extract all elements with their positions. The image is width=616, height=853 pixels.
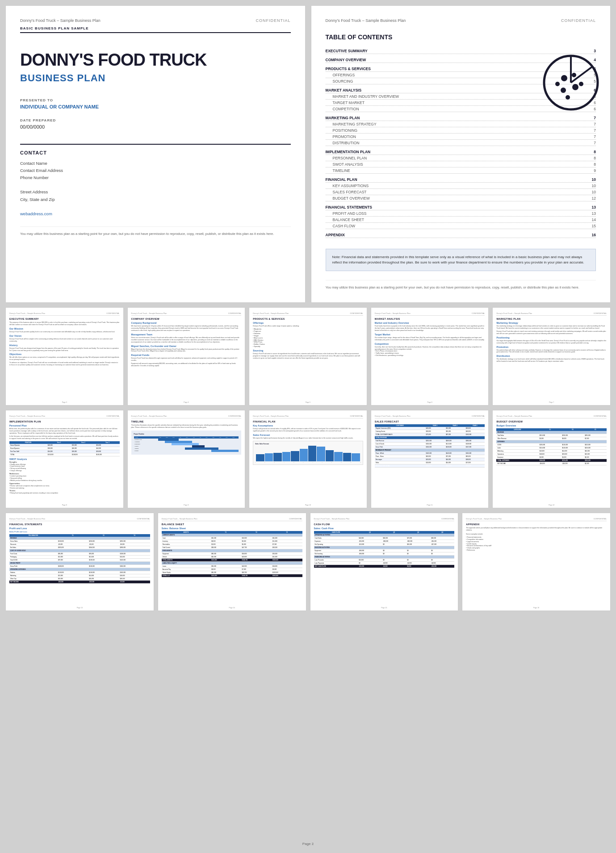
page12-num: Page 12	[493, 504, 610, 506]
page2-header-title: Donny's Food Truck – Sample Business Pla…	[326, 18, 406, 23]
svg-point-7	[579, 82, 583, 86]
page7-title: MARKETING PLAN	[496, 318, 607, 320]
date-label: DATE PREPARED	[20, 118, 291, 122]
page1-header: Donny's Food Truck – Sample Business Pla…	[20, 18, 291, 23]
toc-mktg-strategy: MARKETING STRATEGY 7	[326, 121, 596, 127]
toc-executive-summary: EXECUTIVE SUMMARY 3	[326, 48, 596, 54]
page-9: Donny's Food Truck – Sample Business Pla…	[127, 410, 246, 508]
basic-plan-label: BASIC BUSINESS PLAN SAMPLE	[20, 26, 291, 30]
toc-appendix: APPENDIX 16	[326, 232, 596, 238]
page2-disclaimer: You may utilize this business plan as a …	[326, 280, 596, 290]
page10-num: Page 10	[249, 504, 367, 506]
page-3: Donny's Food Truck – Sample Business Pla…	[5, 307, 124, 406]
toc-distribution: DISTRIBUTION 7	[326, 140, 596, 146]
svg-point-9	[555, 82, 560, 86]
page-12: Donny's Food Truck – Sample Business Pla…	[492, 410, 611, 508]
page1-disclaimer: You may utilize this business plan as a …	[20, 226, 291, 236]
page8-header: Donny's Food Truck – Sample Business Pla…	[9, 415, 120, 418]
page6-title: MARKET ANALYSIS	[375, 318, 485, 320]
page9-header: Donny's Food Truck – Sample Business Pla…	[131, 415, 242, 418]
page5-header: Donny's Food Truck – Sample Business Pla…	[253, 312, 363, 316]
page9-num: Page 9	[128, 504, 245, 506]
medium-pages-row: Donny's Food Truck – Sample Business Pla…	[0, 410, 616, 513]
balance-sheet-table: ASSETSY1Y2Y3 CURRENT ASSETS Cash$25,000$…	[162, 531, 302, 577]
page8-num: Page 8	[6, 504, 123, 506]
page-10: Donny's Food Truck – Sample Business Pla…	[249, 410, 367, 508]
toc-pnl: PROFIT AND LOSS 13	[326, 210, 596, 217]
toc-timeline: TIMELINE 9	[326, 167, 596, 174]
page11-num: Page 11	[371, 504, 489, 506]
page14-title: BALANCE SHEET	[162, 523, 302, 526]
page-6: Donny's Food Truck – Sample Business Pla…	[371, 307, 489, 406]
bottom-pages-row: Donny's Food Truck – Sample Business Pla…	[0, 513, 616, 616]
svg-point-5	[561, 88, 566, 93]
page12-header: Donny's Food Truck – Sample Business Pla…	[496, 415, 607, 418]
page1-header-title: Donny's Food Truck – Sample Business Pla…	[20, 18, 101, 23]
toc-sales-forecast: SALES FORECAST 10	[326, 189, 596, 195]
pnl-table: P&L ANALYSISY1Y2Y3 REVENUE Gross Sales$2…	[9, 534, 150, 584]
toc-statements: FINANCIAL STATEMENTS 13	[326, 204, 596, 210]
page-4: Donny's Food Truck – Sample Business Pla…	[127, 307, 246, 406]
toc-swot: SWOT ANALYSIS 8	[326, 161, 596, 167]
page4-title: COMPANY OVERVIEW	[131, 318, 242, 320]
toc-budget: BUDGET OVERVIEW 12	[326, 195, 596, 201]
sales-chart: Sales: Sales Forecast JFMAMJJASOND	[253, 441, 363, 465]
page12-title: BUDGET OVERVIEW	[496, 420, 607, 423]
sales-table: CUSTOMERYEAR 1YEAR 2YEAR 3 Regular Custo…	[375, 424, 485, 468]
page-7: Donny's Food Truck – Sample Business Pla…	[492, 307, 611, 406]
page14-num: Page 14	[158, 607, 306, 609]
page-1: Donny's Food Truck – Sample Business Pla…	[5, 5, 306, 303]
svg-point-3	[561, 75, 567, 81]
page10-title: FINANCIAL PLAN	[253, 420, 363, 423]
page6-header: Donny's Food Truck – Sample Business Pla…	[375, 312, 485, 316]
page3-num: Page 3	[6, 401, 123, 403]
page3-header: Donny's Food Truck – Sample Business Pla…	[9, 312, 120, 316]
contact-info: Contact Name Contact Email Address Phone…	[20, 160, 291, 217]
page-14: Donny's Food Truck – Sample Business Pla…	[158, 513, 306, 611]
page2-header: Donny's Food Truck – Sample Business Pla…	[326, 18, 596, 23]
page6-num: Page 6	[371, 401, 489, 403]
page-5: Donny's Food Truck – Sample Business Pla…	[249, 307, 367, 406]
date-value: 00/00/0000	[20, 124, 291, 130]
contact-email: Contact Email Address	[20, 167, 291, 174]
contact-phone: Phone Number	[20, 174, 291, 181]
toc-marketing: MARKETING PLAN 7	[326, 115, 596, 121]
contact-title: CONTACT	[20, 150, 291, 155]
page14-header: Donny's Food Truck – Sample Business Pla…	[162, 518, 302, 521]
page2-num: Page 2	[0, 842, 616, 846]
page4-header: Donny's Food Truck – Sample Business Pla…	[131, 312, 242, 316]
presented-to-label: PRESENTED TO	[20, 98, 291, 102]
page7-num: Page 7	[493, 401, 610, 403]
page2-confidential: CONFIDENTIAL	[561, 18, 596, 23]
page15-header: Donny's Food Truck – Sample Business Pla…	[314, 518, 455, 521]
page-13: Donny's Food Truck – Sample Business Pla…	[5, 513, 154, 611]
page1-confidential: CONFIDENTIAL	[256, 18, 290, 23]
timeline-chart: Project Timeline Activity Jan Feb Mar Ap…	[131, 431, 242, 455]
note-text: Note: Financial data and statements prov…	[332, 255, 584, 264]
presented-to-value: INDIVIDUAL OR COMPANY NAME	[20, 104, 291, 109]
toc-personnel: PERSONNEL PLAN 8	[326, 155, 596, 161]
page15-num: Page 15	[310, 607, 458, 609]
page-2: Donny's Food Truck – Sample Business Pla…	[311, 5, 611, 303]
toc-financial: FINANCIAL PLAN 10	[326, 176, 596, 183]
budget-table: CATEGORYY1Y2Y3 REVENUE Total Sales$210,0…	[496, 428, 607, 465]
page13-num: Page 13	[6, 607, 154, 609]
page11-title: SALES FORECAST	[375, 420, 485, 423]
toc-cashflow: CASH FLOW 15	[326, 223, 596, 229]
contact-web: webaddress.com	[20, 210, 291, 217]
toc-balance: BALANCE SHEET 14	[326, 217, 596, 223]
page4-num: Page 4	[128, 401, 245, 403]
contact-city: City, State and Zip	[20, 196, 291, 203]
page16-header: Donny's Food Truck – Sample Business Pla…	[466, 518, 607, 521]
page7-header: Donny's Food Truck – Sample Business Pla…	[496, 312, 607, 316]
page-8: Donny's Food Truck – Sample Business Pla…	[5, 410, 124, 508]
page-11: Donny's Food Truck – Sample Business Pla…	[371, 410, 489, 508]
page-16: Donny's Food Truck – Sample Business Pla…	[462, 513, 611, 611]
page13-header: Donny's Food Truck – Sample Business Pla…	[9, 518, 150, 521]
cashflow-table: CASH FLOWQ1Q2Q3Q4 OPERATING ACTIVITIES C…	[314, 531, 455, 568]
toc-note: Note: Financial data and statements prov…	[326, 249, 596, 271]
toc-assumptions: KEY ASSUMPTIONS 10	[326, 183, 596, 189]
page11-header: Donny's Food Truck – Sample Business Pla…	[375, 415, 485, 418]
plan-type: BUSINESS PLAN	[20, 72, 291, 84]
toc-implementation: IMPLEMENTATION PLAN 8	[326, 149, 596, 155]
